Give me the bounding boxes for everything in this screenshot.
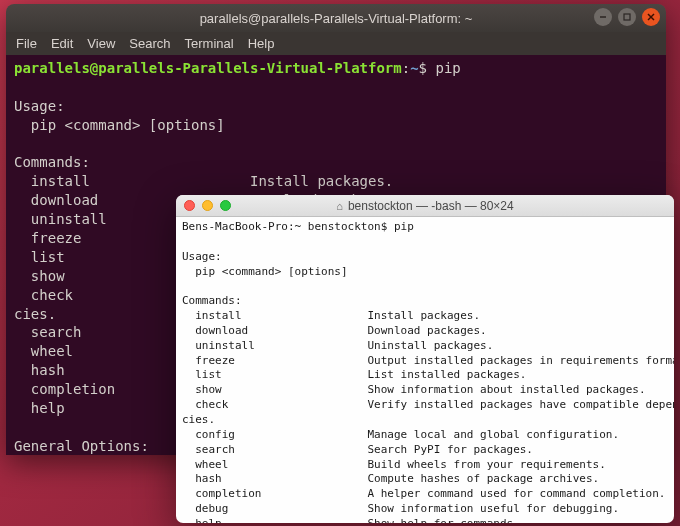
zoom-button[interactable] [220,200,231,211]
maximize-button[interactable] [618,8,636,26]
prompt-symbol: $ [419,60,427,76]
mac-terminal-window: ⌂ benstockton — -bash — 80×24 Bens-MacBo… [176,195,674,523]
typed-command: pip [435,60,460,76]
menu-help[interactable]: Help [248,36,275,51]
ubuntu-window-controls [594,8,660,26]
menu-file[interactable]: File [16,36,37,51]
usage-line: pip <command> [options] [182,265,348,278]
options-header: General Options: [14,438,149,454]
menu-view[interactable]: View [87,36,115,51]
usage-header: Usage: [14,98,65,114]
prompt-path: ~ [410,60,418,76]
close-button[interactable] [642,8,660,26]
ubuntu-titlebar[interactable]: parallels@parallels-Parallels-Virtual-Pl… [6,4,666,32]
commands-list-tail: search wheel hash completion help [14,324,115,416]
menu-search[interactable]: Search [129,36,170,51]
commands-header: Commands: [182,294,242,307]
ubuntu-window-title: parallels@parallels-Parallels-Virtual-Pl… [200,11,473,26]
wrap-tail: cies. [182,413,215,426]
mac-titlebar[interactable]: ⌂ benstockton — -bash — 80×24 [176,195,674,217]
prompt-userhost: parallels@parallels-Parallels-Virtual-Pl… [14,60,402,76]
commands-list-2: config Manage local and global configura… [182,428,665,523]
commands-header: Commands: [14,154,90,170]
mac-window-controls [184,200,231,211]
mac-terminal-output[interactable]: Bens-MacBook-Pro:~ benstockton$ pip Usag… [176,217,674,523]
mac-prompt: Bens-MacBook-Pro:~ benstockton$ [182,220,387,233]
menu-edit[interactable]: Edit [51,36,73,51]
menu-terminal[interactable]: Terminal [185,36,234,51]
usage-header: Usage: [182,250,222,263]
close-button[interactable] [184,200,195,211]
typed-command: pip [394,220,414,233]
home-icon: ⌂ [336,200,343,212]
mac-window-title: ⌂ benstockton — -bash — 80×24 [176,199,674,213]
ubuntu-menubar: File Edit View Search Terminal Help [6,32,666,55]
commands-list: install Install packages. download Downl… [182,309,674,411]
minimize-button[interactable] [594,8,612,26]
minimize-button[interactable] [202,200,213,211]
wrap-tail: cies. [14,306,56,322]
usage-line: pip <command> [options] [14,117,225,133]
svg-rect-1 [624,14,630,20]
